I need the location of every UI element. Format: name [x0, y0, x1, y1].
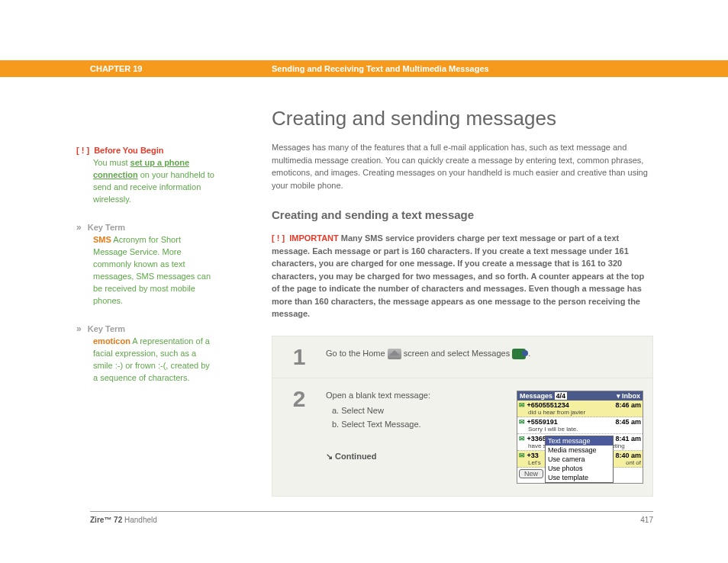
sidebar: [ ! ] Before You Begin You must set up a…	[76, 145, 215, 400]
home-icon	[388, 349, 401, 359]
step-1: 1 Go to the Home screen and select Messa…	[272, 336, 652, 378]
before-title: Before You Begin	[94, 146, 163, 155]
new-button: New	[519, 469, 543, 478]
chapter-label: CHAPTER 19	[90, 64, 272, 73]
header-bar: CHAPTER 19 Sending and Receiving Text an…	[0, 60, 728, 77]
popup-menu: Text message Media message Use camera Us…	[545, 436, 614, 483]
chevron-icon: »	[76, 222, 82, 233]
term-sms: SMS	[93, 235, 111, 244]
chapter-title: Sending and Receiving Text and Multimedi…	[272, 64, 489, 73]
term-emoticon: emoticon	[93, 336, 130, 346]
main-content: Creating and sending messages Messages h…	[272, 107, 653, 497]
important-note: [ ! ] IMPORTANT Many SMS service provide…	[272, 232, 653, 320]
keyterm-label: Key Term	[88, 223, 125, 232]
page-title: Creating and sending messages	[272, 107, 653, 130]
section-title: Creating and sending a text message	[272, 208, 653, 221]
footer: Zire™ 72 Handheld 417	[90, 511, 653, 524]
keyterm-label: Key Term	[88, 324, 125, 333]
steps-container: 1 Go to the Home screen and select Messa…	[272, 336, 653, 497]
before-you-begin: [ ! ] Before You Begin You must set up a…	[76, 145, 215, 206]
page-number: 417	[640, 516, 653, 524]
device-screenshot: Messages 4/4 ▾ Inbox +65055512348:46 am …	[517, 391, 643, 484]
step-number: 2	[272, 378, 326, 496]
key-term-emoticon: » Key Term emoticon A representation of …	[76, 323, 215, 384]
chevron-icon: »	[76, 323, 82, 334]
alert-marker: [ ! ]	[272, 233, 285, 243]
step-number: 1	[272, 336, 326, 378]
intro-paragraph: Messages has many of the features that a…	[272, 141, 653, 191]
continued-indicator: Continued	[326, 452, 511, 462]
step-2: 2 Open a blank text message: a. Select N…	[272, 378, 652, 496]
important-label: IMPORTANT	[289, 233, 339, 243]
messages-icon	[512, 349, 526, 359]
list-item: +55591918:45 am Sorry I will be late.	[517, 417, 643, 434]
alert-marker: [ ! ]	[76, 146, 89, 155]
list-item: +65055512348:46 am did u hear from javie…	[517, 401, 643, 417]
key-term-sms: » Key Term SMS Acronym for Short Message…	[76, 221, 215, 307]
